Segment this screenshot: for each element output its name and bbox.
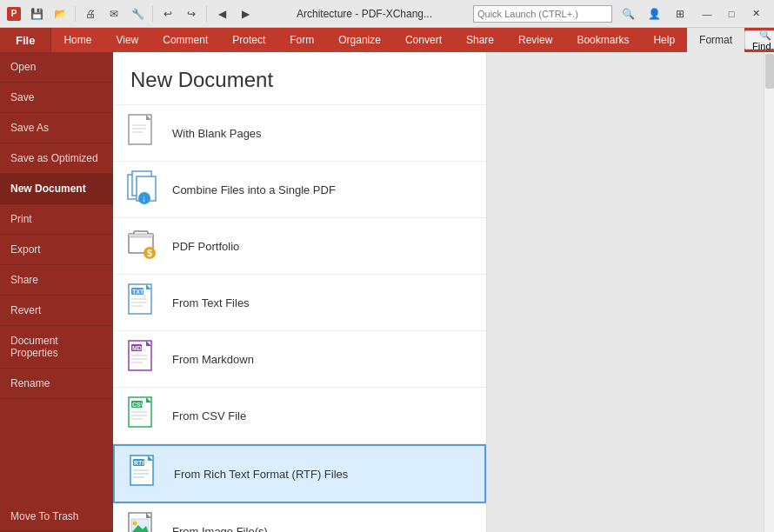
toolbar-sep-3 bbox=[206, 6, 207, 22]
app-icon: P bbox=[7, 7, 21, 21]
tools-btn[interactable]: 🔧 bbox=[127, 4, 148, 23]
main-layout: Open Save Save As Save as Optimized New … bbox=[0, 52, 774, 532]
image-label: From Image File(s) bbox=[172, 525, 268, 533]
blank-pages-label: With Blank Pages bbox=[172, 127, 262, 140]
text-files-label: From Text Files bbox=[172, 296, 250, 309]
toolbar-sep-2 bbox=[152, 6, 153, 22]
sidebar-item-save-as[interactable]: Save As bbox=[0, 113, 113, 143]
back-btn[interactable]: ◀ bbox=[211, 4, 232, 23]
rtf-icon-svg: RTF bbox=[129, 455, 160, 491]
title-bar: P 💾 📂 🖨 ✉ 🔧 ↩ ↪ ◀ ▶ Architecture - PDF-X… bbox=[0, 0, 774, 28]
minimize-btn[interactable]: — bbox=[696, 5, 718, 23]
sidebar-item-document-properties[interactable]: Document Properties bbox=[0, 326, 113, 369]
svg-rect-12 bbox=[129, 234, 153, 237]
svg-text:$: $ bbox=[147, 248, 152, 258]
sidebar: Open Save Save As Save as Optimized New … bbox=[0, 52, 113, 532]
doc-item-text[interactable]: TXT From Text Files bbox=[113, 275, 486, 331]
sidebar-item-export[interactable]: Export bbox=[0, 235, 113, 265]
portfolio-icon-svg: $ bbox=[127, 227, 158, 263]
svg-text:RTF: RTF bbox=[134, 460, 146, 466]
txt-icon: TXT bbox=[127, 283, 160, 322]
tab-home[interactable]: Home bbox=[51, 28, 103, 52]
rtf-label: From Rich Text Format (RTF) Files bbox=[174, 468, 348, 481]
combine-label: Combine Files into a Single PDF bbox=[172, 183, 336, 196]
tab-protect[interactable]: Protect bbox=[220, 28, 277, 52]
find-btn[interactable]: 🔍 Find... bbox=[744, 30, 774, 50]
rtf-icon: RTF bbox=[129, 455, 162, 493]
close-btn[interactable]: ✕ bbox=[744, 5, 767, 23]
tab-view[interactable]: View bbox=[103, 28, 150, 52]
doc-item-portfolio[interactable]: $ PDF Portfolio bbox=[113, 218, 486, 275]
right-scrollbar[interactable] bbox=[764, 52, 774, 532]
tab-bookmarks[interactable]: Bookmarks bbox=[564, 28, 641, 52]
image-icon-svg bbox=[127, 512, 158, 532]
sidebar-spacer bbox=[0, 399, 113, 502]
tab-format[interactable]: Format bbox=[687, 28, 744, 52]
combine-icon: ↓ bbox=[127, 170, 160, 209]
window-controls: — □ ✕ bbox=[696, 5, 767, 23]
image-icon bbox=[127, 512, 160, 532]
ribbon-right-actions: 🔍 Find... 📁 bbox=[744, 28, 774, 52]
sidebar-item-revert[interactable]: Revert bbox=[0, 296, 113, 326]
tab-share[interactable]: Share bbox=[454, 28, 506, 52]
svg-text:↓: ↓ bbox=[142, 194, 146, 203]
grid-btn[interactable]: ⊞ bbox=[670, 4, 691, 23]
md-icon: MD bbox=[127, 340, 160, 378]
ribbon: File Home View Comment Protect Form Orga… bbox=[0, 28, 774, 52]
doc-item-csv[interactable]: CSV From CSV File bbox=[113, 388, 486, 444]
markdown-label: From Markdown bbox=[172, 353, 254, 366]
new-document-panel: New Document With Blank Pages bbox=[113, 52, 487, 532]
doc-item-image[interactable]: From Image File(s) bbox=[113, 503, 486, 532]
svg-text:MD: MD bbox=[132, 345, 142, 351]
tab-form[interactable]: Form bbox=[277, 28, 326, 52]
doc-item-combine[interactable]: ↓ Combine Files into a Single PDF bbox=[113, 162, 486, 218]
blank-icon-svg bbox=[127, 114, 158, 150]
sidebar-item-rename[interactable]: Rename bbox=[0, 369, 113, 399]
toolbar-sep-1 bbox=[75, 6, 76, 22]
toolbar-quick-access: 💾 📂 🖨 ✉ 🔧 ↩ ↪ ◀ ▶ bbox=[26, 4, 256, 23]
sidebar-item-share[interactable]: Share bbox=[0, 265, 113, 296]
undo-btn[interactable]: ↩ bbox=[157, 4, 178, 23]
profile-btn[interactable]: 👤 bbox=[644, 4, 664, 23]
tab-organize[interactable]: Organize bbox=[326, 28, 393, 52]
maximize-btn[interactable]: □ bbox=[720, 5, 743, 23]
md-icon-svg: MD bbox=[127, 340, 158, 376]
csv-icon: CSV bbox=[127, 396, 160, 435]
csv-icon-svg: CSV bbox=[127, 396, 158, 433]
doc-item-rtf[interactable]: RTF From Rich Text Format (RTF) Files bbox=[113, 444, 486, 503]
right-preview-area bbox=[487, 52, 774, 532]
search-icon-btn[interactable]: 🔍 bbox=[617, 4, 638, 23]
mail-btn[interactable]: ✉ bbox=[103, 4, 124, 23]
combine-icon-svg: ↓ bbox=[127, 170, 158, 207]
svg-text:TXT: TXT bbox=[132, 289, 144, 295]
sidebar-item-save[interactable]: Save bbox=[0, 83, 113, 113]
open-quick-btn[interactable]: 📂 bbox=[50, 4, 70, 23]
tab-help[interactable]: Help bbox=[641, 28, 687, 52]
portfolio-label: PDF Portfolio bbox=[172, 240, 239, 253]
svg-point-46 bbox=[133, 522, 137, 526]
app-title: Architecture - PDF-XChang... bbox=[261, 8, 468, 20]
tab-review[interactable]: Review bbox=[506, 28, 564, 52]
sidebar-item-new-document[interactable]: New Document bbox=[0, 174, 113, 204]
panel-title: New Document bbox=[113, 52, 486, 105]
scrollbar-thumb[interactable] bbox=[765, 54, 774, 89]
redo-btn[interactable]: ↪ bbox=[181, 4, 202, 23]
doc-item-markdown[interactable]: MD From Markdown bbox=[113, 331, 486, 388]
print-quick-btn[interactable]: 🖨 bbox=[80, 4, 101, 23]
portfolio-icon: $ bbox=[127, 227, 160, 265]
csv-label: From CSV File bbox=[172, 409, 246, 422]
doc-item-blank[interactable]: With Blank Pages bbox=[113, 105, 486, 162]
tab-comment[interactable]: Comment bbox=[150, 28, 220, 52]
sidebar-item-save-optimized[interactable]: Save as Optimized bbox=[0, 143, 113, 174]
file-tab[interactable]: File bbox=[0, 28, 51, 52]
sidebar-item-open[interactable]: Open bbox=[0, 52, 113, 83]
quick-launch-input[interactable] bbox=[473, 5, 612, 23]
sidebar-item-move-to-trash[interactable]: Move To Trash bbox=[0, 502, 113, 532]
save-quick-btn[interactable]: 💾 bbox=[26, 4, 47, 23]
sidebar-item-print[interactable]: Print bbox=[0, 204, 113, 235]
blank-page-icon bbox=[127, 114, 160, 152]
forward-btn[interactable]: ▶ bbox=[235, 4, 256, 23]
txt-icon-svg: TXT bbox=[127, 283, 158, 320]
content-area: New Document With Blank Pages bbox=[113, 52, 774, 532]
tab-convert[interactable]: Convert bbox=[393, 28, 454, 52]
